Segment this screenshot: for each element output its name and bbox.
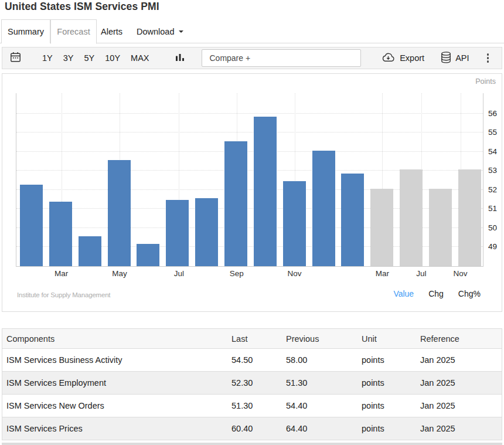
component-link[interactable]: ISM Services Employment [2, 378, 231, 388]
x-axis-label: Nov [288, 269, 302, 278]
chart-bar-history[interactable] [166, 200, 189, 266]
mode-value[interactable]: Value [393, 289, 414, 298]
previous-value: 54.40 [286, 401, 362, 410]
export-button[interactable]: Export [381, 52, 424, 64]
y-axis-tick-label: 53 [488, 166, 497, 175]
y-gridline [16, 132, 483, 133]
chart-bar-forecast[interactable] [400, 169, 423, 266]
chart-bar-history[interactable] [283, 181, 306, 266]
chart-bar-history[interactable] [312, 151, 335, 266]
source-attribution: Institute for Supply Management [17, 291, 110, 298]
y-gridline [16, 151, 483, 152]
chart-bar-history[interactable] [49, 202, 72, 266]
table-row: ISM Services Prices 60.40 64.40 points J… [2, 417, 502, 440]
table-row: ISM Services New Orders 51.30 54.40 poin… [2, 395, 502, 417]
tab-alerts[interactable]: Alerts [101, 19, 122, 43]
x-axis-label: Nov [454, 269, 468, 278]
chart-toolbar: 1Y 3Y 5Y 10Y MAX [2, 47, 502, 69]
table-row: ISM Services Employment 52.30 51.30 poin… [2, 372, 502, 395]
component-link[interactable]: ISM Services Business Activity [2, 355, 231, 365]
cloud-download-icon [381, 52, 396, 64]
export-label: Export [400, 53, 424, 63]
col-header-unit: Unit [362, 334, 420, 344]
range-1y[interactable]: 1Y [40, 52, 55, 64]
api-button[interactable]: API [441, 52, 469, 65]
calendar-icon [9, 51, 22, 65]
range-10y[interactable]: 10Y [103, 52, 122, 64]
chart-footer: Institute for Supply Management ValueChg… [2, 288, 502, 301]
tab-download[interactable]: Download [137, 19, 183, 43]
y-axis-tick-label: 56 [488, 109, 497, 118]
col-header-components: Components [2, 334, 231, 344]
chart-bar-history[interactable] [137, 244, 159, 266]
api-label: API [455, 53, 469, 63]
y-axis-unit-label: Points [475, 77, 496, 86]
col-header-last: Last [231, 334, 286, 344]
chart-bar-history[interactable] [20, 185, 43, 266]
kebab-icon [487, 53, 489, 56]
compare-input[interactable] [202, 49, 361, 67]
component-link[interactable]: ISM Services Prices [2, 424, 231, 433]
chart-bar-history[interactable] [195, 198, 218, 266]
x-axis-label: Mar [376, 269, 389, 278]
chart-bar-history[interactable] [79, 236, 101, 266]
chart-bar-history[interactable] [341, 174, 364, 266]
component-link[interactable]: ISM Services New Orders [2, 401, 231, 410]
unit-value: points [362, 401, 420, 410]
x-axis-label: Mar [55, 269, 68, 278]
col-header-reference: Reference [420, 334, 502, 344]
chart-bar-history[interactable] [224, 141, 247, 266]
chart-bar-forecast[interactable] [370, 189, 393, 266]
reference-value: Jan 2025 [420, 355, 502, 365]
x-axis-label: Jul [174, 269, 184, 278]
tab-bar: Summary Forecast Alerts Download [0, 19, 504, 43]
previous-value: 51.30 [286, 378, 362, 388]
chart-bar-history[interactable] [254, 117, 277, 266]
table-row: ISM Services Business Activity 54.50 58.… [2, 349, 502, 372]
chart-bar-forecast[interactable] [429, 189, 452, 266]
previous-value: 58.00 [286, 355, 362, 365]
table-header-row: Components Last Previous Unit Reference [2, 329, 502, 349]
x-axis-label: May [112, 269, 127, 278]
last-value: 51.30 [231, 401, 286, 410]
y-axis-tick-label: 51 [488, 204, 497, 213]
kebab-menu-button[interactable] [486, 52, 491, 64]
column-chart-icon [175, 53, 185, 64]
page: United States ISM Services PMI Summary F… [0, 0, 504, 445]
calendar-button[interactable] [9, 51, 22, 65]
chart-type-button[interactable] [175, 53, 185, 64]
last-value: 60.40 [231, 424, 286, 433]
y-axis-tick-label: 55 [488, 128, 497, 137]
reference-value: Jan 2025 [420, 378, 502, 388]
y-axis-tick-label: 54 [488, 147, 497, 155]
tab-forecast[interactable]: Forecast [50, 19, 97, 44]
col-header-previous: Previous [286, 334, 362, 344]
chart-bar-forecast[interactable] [458, 169, 481, 266]
range-5y[interactable]: 5Y [83, 52, 97, 64]
range-3y[interactable]: 3Y [62, 52, 76, 64]
reference-value: Jan 2025 [420, 401, 502, 410]
chart-bar-history[interactable] [108, 160, 131, 266]
page-title: United States ISM Services PMI [5, 1, 159, 13]
y-axis-tick-label: 49 [488, 242, 497, 250]
previous-value: 64.40 [286, 424, 362, 433]
tab-summary[interactable]: Summary [1, 19, 50, 43]
last-value: 54.50 [231, 355, 286, 365]
tab-download-label: Download [137, 27, 175, 36]
range-max[interactable]: MAX [129, 52, 151, 64]
unit-value: points [362, 424, 420, 433]
y-gridline [16, 113, 483, 114]
unit-value: points [362, 378, 420, 388]
last-value: 52.30 [231, 378, 286, 388]
reference-value: Jan 2025 [420, 424, 502, 433]
y-axis-tick-label: 52 [488, 185, 497, 193]
plot-area: 4950515253545556MarMayJulSepNovMarJulNov [16, 93, 483, 267]
chevron-down-icon [179, 30, 183, 33]
mode-chg-pct[interactable]: Chg% [458, 289, 481, 298]
x-axis-label: Sep [230, 269, 244, 278]
mode-chg[interactable]: Chg [428, 289, 444, 298]
toolbar-right-group: Export API [381, 52, 490, 65]
x-axis-label: Jul [416, 269, 426, 278]
database-icon [441, 52, 451, 65]
chart-panel: Points 4950515253545556MarMayJulSepNovMa… [2, 73, 502, 312]
